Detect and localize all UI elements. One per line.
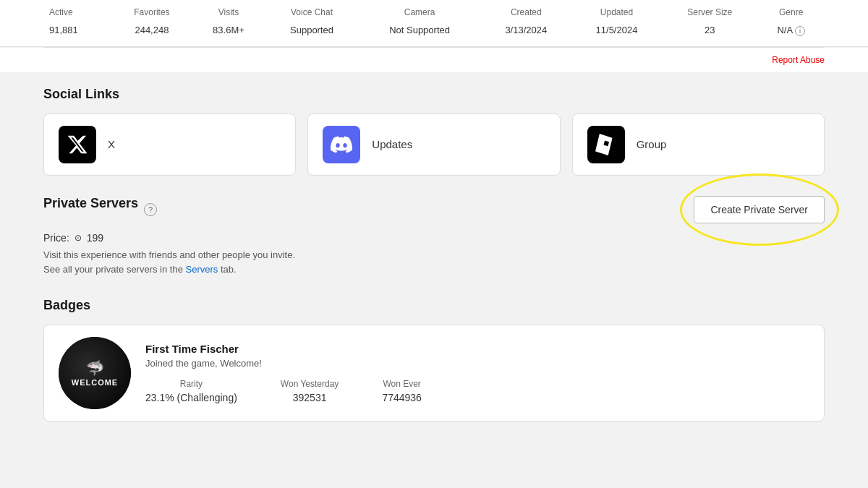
private-servers-title: Private Servers: [43, 196, 138, 211]
stat-active: 91,881: [43, 22, 112, 46]
price-value: 199: [87, 232, 103, 244]
social-links-title: Social Links: [43, 87, 825, 102]
badge-info: First Time Fischer Joined the game, Welc…: [145, 343, 809, 403]
badge-shark-icon: 🦈: [86, 359, 104, 377]
col-header-voice-chat: Voice Chat: [265, 0, 359, 22]
col-header-server-size: Server Size: [662, 0, 757, 22]
stat-camera: Not Supported: [358, 22, 480, 46]
badge-description: Joined the game, Welcome!: [145, 358, 809, 369]
stat-updated: 11/5/2024: [571, 22, 662, 46]
report-abuse-link[interactable]: Report Abuse: [772, 55, 825, 65]
genre-info-icon[interactable]: i: [795, 26, 805, 36]
stat-favorites: 244,248: [112, 22, 192, 46]
col-header-active: Active: [43, 0, 112, 22]
badge-stat-rarity: Rarity 23.1% (Challenging): [145, 379, 237, 403]
badges-title: Badges: [43, 298, 825, 313]
price-label: Price:: [43, 232, 69, 244]
discord-icon: [323, 126, 360, 163]
create-private-server-button[interactable]: Create Private Server: [694, 196, 825, 223]
social-card-discord[interactable]: Updates: [307, 114, 560, 176]
won-ever-value: 7744936: [382, 392, 422, 403]
rarity-label: Rarity: [180, 379, 203, 389]
private-servers-title-row: Private Servers ?: [43, 196, 157, 223]
badge-stat-won-ever: Won Ever 7744936: [382, 379, 422, 403]
stats-table: Active Favorites Visits Voice Chat Camer…: [43, 0, 825, 46]
private-servers-help-icon[interactable]: ?: [144, 203, 157, 216]
stats-section: Active Favorites Visits Voice Chat Camer…: [0, 0, 868, 47]
roblox-svg: [595, 134, 617, 155]
won-ever-label: Won Ever: [383, 379, 420, 389]
robux-icon: ⊙: [72, 232, 84, 244]
col-header-created: Created: [481, 0, 571, 22]
stat-genre: N/A i: [757, 22, 825, 46]
x-label: X: [108, 138, 115, 150]
create-btn-wrapper: Create Private Server: [694, 196, 825, 223]
col-header-visits: Visits: [192, 0, 265, 22]
private-servers-header: Private Servers ? Create Private Server: [43, 196, 825, 223]
won-yesterday-value: 392531: [293, 392, 327, 403]
badge-image: 🦈 WELCOME: [59, 337, 131, 409]
social-card-x[interactable]: X: [43, 114, 296, 176]
col-header-updated: Updated: [571, 0, 662, 22]
private-servers-section: Private Servers ? Create Private Server …: [43, 196, 825, 278]
discord-label: Updates: [372, 138, 412, 150]
badge-stat-won-yesterday: Won Yesterday 392531: [281, 379, 339, 403]
badge-welcome-text: WELCOME: [72, 378, 118, 388]
price-row: Price: ⊙ 199: [43, 232, 825, 244]
stat-voice-chat: Supported: [265, 22, 359, 46]
report-abuse-row: Report Abuse: [0, 48, 868, 72]
x-svg: [67, 134, 88, 155]
main-content: Social Links X Updates: [0, 72, 868, 451]
roblox-group-label: Group: [637, 138, 667, 150]
stat-visits: 83.6M+: [192, 22, 265, 46]
social-card-roblox[interactable]: Group: [572, 114, 825, 176]
badge-image-inner: 🦈 WELCOME: [59, 337, 131, 409]
private-servers-desc-line2-end: tab.: [221, 264, 237, 275]
stat-created: 3/13/2024: [481, 22, 571, 46]
social-links-grid: X Updates Group: [43, 114, 825, 176]
col-header-camera: Camera: [358, 0, 480, 22]
badge-stats: Rarity 23.1% (Challenging) Won Yesterday…: [145, 379, 809, 403]
badges-section: Badges 🦈 WELCOME First Time Fischer Join…: [43, 298, 825, 421]
badge-name: First Time Fischer: [145, 343, 809, 355]
private-servers-desc-line2: See all your private servers in the: [43, 264, 183, 275]
private-servers-info: Visit this experience with friends and o…: [43, 248, 825, 278]
rarity-value: 23.1% (Challenging): [145, 392, 237, 403]
servers-tab-link[interactable]: Servers: [186, 264, 218, 275]
page-container: Active Favorites Visits Voice Chat Camer…: [0, 0, 868, 488]
won-yesterday-label: Won Yesterday: [281, 379, 339, 389]
private-servers-desc-line1: Visit this experience with friends and o…: [43, 249, 295, 260]
roblox-icon: [587, 126, 625, 163]
col-header-genre: Genre: [757, 0, 825, 22]
x-icon: [59, 126, 96, 163]
col-header-favorites: Favorites: [112, 0, 192, 22]
badge-card: 🦈 WELCOME First Time Fischer Joined the …: [43, 325, 825, 421]
discord-svg: [331, 134, 352, 155]
stat-server-size: 23: [662, 22, 757, 46]
